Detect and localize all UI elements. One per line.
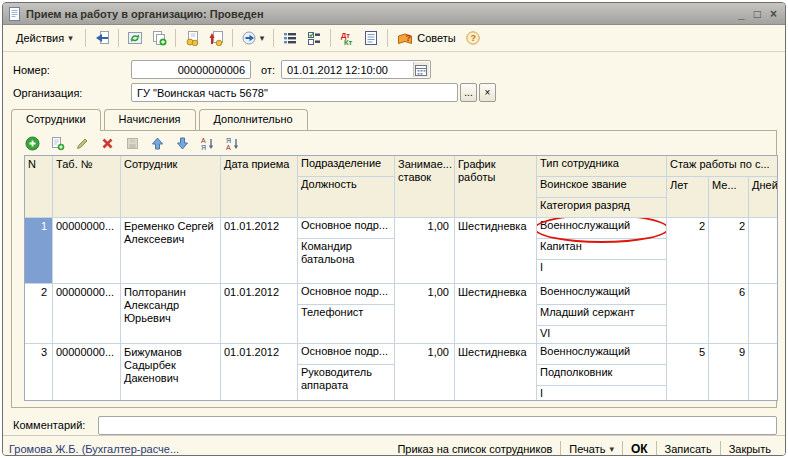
- cell-n[interactable]: 1: [25, 218, 53, 283]
- cell-years[interactable]: 2: [667, 218, 709, 283]
- cell-type[interactable]: Военнослужащий: [537, 218, 666, 239]
- cell-schedule[interactable]: Шестидневка: [455, 344, 537, 400]
- cell-years[interactable]: [667, 284, 709, 343]
- svg-text:?: ?: [470, 33, 476, 43]
- number-input[interactable]: [131, 60, 251, 79]
- comment-input[interactable]: [98, 416, 777, 435]
- cell-n[interactable]: 2: [25, 284, 53, 343]
- maximize-button[interactable]: □: [754, 8, 761, 20]
- close-form-button[interactable]: Закрыть: [721, 441, 779, 457]
- advice-button[interactable]: ? Советы: [393, 31, 459, 46]
- cell-tab-no[interactable]: 00000000...: [53, 284, 121, 343]
- document-journal-button[interactable]: [360, 27, 382, 49]
- cell-position[interactable]: Командир батальона: [298, 239, 394, 267]
- refresh-button[interactable]: [124, 27, 146, 49]
- row-activity-button[interactable]: [303, 27, 325, 49]
- cell-tab-no[interactable]: 00000000...: [53, 218, 121, 283]
- organization-select-button[interactable]: ...: [460, 83, 477, 102]
- sort-descending-button[interactable]: ЯА: [224, 135, 241, 152]
- header-days: Дней: [749, 177, 777, 217]
- table-row[interactable]: 3 00000000... Бижуманов Садырбек Дакенов…: [25, 344, 777, 400]
- order-list-button[interactable]: Приказ на список сотрудников: [389, 441, 560, 457]
- post-document-button[interactable]: [181, 27, 203, 49]
- save-close-icon: [94, 30, 110, 46]
- cell-hire-date[interactable]: 01.01.2012: [221, 284, 298, 343]
- ok-button[interactable]: ОК: [623, 440, 656, 457]
- cell-rate[interactable]: 1,00: [395, 344, 455, 400]
- table-header: N Таб. № Сотрудник Дата приема Подраздел…: [25, 156, 777, 218]
- cell-rank[interactable]: Подполковник: [537, 365, 666, 386]
- tab-additional[interactable]: Дополнительно: [199, 109, 308, 130]
- help-button[interactable]: ?: [462, 27, 484, 49]
- organization-clear-button[interactable]: ×: [479, 83, 496, 102]
- header-department-position: Подразделение Должность: [298, 156, 395, 217]
- tab-accruals[interactable]: Начисления: [104, 109, 196, 130]
- cell-months[interactable]: 6: [709, 284, 749, 343]
- cell-department-position: Основное подр... Руководитель аппарата: [298, 344, 395, 400]
- cell-department[interactable]: Основное подр...: [298, 218, 394, 239]
- delete-icon: [100, 136, 115, 151]
- move-row-up-button[interactable]: [149, 135, 166, 152]
- actions-label: Действия: [16, 32, 64, 44]
- cell-hire-date[interactable]: 01.01.2012: [221, 344, 298, 400]
- cell-type[interactable]: Военнослужащий: [537, 284, 666, 305]
- cell-schedule[interactable]: Шестидневка: [455, 218, 537, 283]
- cell-employee[interactable]: Полторанин Александр Юрьевич: [121, 284, 221, 343]
- cell-months[interactable]: 2: [709, 218, 749, 283]
- sort-ascending-button[interactable]: АЯ: [199, 135, 216, 152]
- cell-days[interactable]: [749, 218, 777, 283]
- cell-schedule[interactable]: Шестидневка: [455, 284, 537, 343]
- cell-category[interactable]: I: [537, 260, 666, 275]
- print-button[interactable]: Печать ▾: [561, 441, 622, 457]
- table-row[interactable]: 2 00000000... Полторанин Александр Юрьев…: [25, 284, 777, 344]
- cell-employee[interactable]: Еременко Сергей Алексеевич: [121, 218, 221, 283]
- cell-rate[interactable]: 1,00: [395, 218, 455, 283]
- cell-years[interactable]: 5: [667, 344, 709, 400]
- header-schedule: График работы: [455, 156, 537, 217]
- header-department: Подразделение: [298, 156, 394, 177]
- end-edit-button[interactable]: [124, 135, 141, 152]
- cell-rate[interactable]: 1,00: [395, 284, 455, 343]
- add-icon: [25, 136, 40, 151]
- add-row-button[interactable]: [24, 135, 41, 152]
- cell-type[interactable]: Военнослужащий: [537, 344, 666, 365]
- edit-row-button[interactable]: [74, 135, 91, 152]
- cell-tab-no[interactable]: 00000000...: [53, 344, 121, 400]
- copy-row-button[interactable]: [49, 135, 66, 152]
- cell-days[interactable]: [749, 284, 777, 343]
- close-button[interactable]: ×: [770, 8, 777, 20]
- cell-category[interactable]: I: [537, 386, 666, 400]
- calendar-button[interactable]: [413, 62, 429, 77]
- svg-text:А: А: [226, 144, 231, 151]
- dropdown-arrow-icon: ▾: [260, 33, 265, 43]
- copy-document-button[interactable]: [148, 27, 170, 49]
- cell-rank[interactable]: Младший сержант: [537, 305, 666, 326]
- cell-months[interactable]: 9: [709, 344, 749, 400]
- header-employee: Сотрудник: [121, 156, 221, 217]
- cell-department[interactable]: Основное подр...: [298, 284, 394, 305]
- table-row[interactable]: 1 00000000... Еременко Сергей Алексеевич…: [25, 218, 777, 284]
- move-row-down-button[interactable]: [174, 135, 191, 152]
- actions-menu-button[interactable]: Действия ▾: [9, 29, 80, 47]
- save-and-close-button[interactable]: [91, 27, 113, 49]
- organization-input[interactable]: [131, 83, 458, 102]
- cell-n[interactable]: 3: [25, 344, 53, 400]
- cell-days[interactable]: [749, 344, 777, 400]
- cell-position[interactable]: Руководитель аппарата: [298, 365, 394, 393]
- cell-position[interactable]: Телефонист: [298, 305, 394, 320]
- save-button[interactable]: Записать: [657, 441, 720, 457]
- cell-rank[interactable]: Капитан: [537, 239, 666, 260]
- cell-department[interactable]: Основное подр...: [298, 344, 394, 365]
- unpost-document-button[interactable]: [205, 27, 227, 49]
- cell-category[interactable]: VI: [537, 326, 666, 341]
- date-input[interactable]: [281, 60, 431, 79]
- cell-employee[interactable]: Бижуманов Садырбек Дакенович: [121, 344, 221, 400]
- tab-employees[interactable]: Сотрудники: [11, 109, 101, 131]
- go-to-button[interactable]: ▾: [238, 27, 269, 49]
- postings-dtkt-button[interactable]: ДтКт: [336, 27, 358, 49]
- cell-hire-date[interactable]: 01.01.2012: [221, 218, 298, 283]
- minimize-button[interactable]: _: [738, 8, 745, 20]
- header-seniority-group: Стаж работы по с... Лет Ме... Дней: [667, 156, 777, 217]
- delete-row-button[interactable]: [99, 135, 116, 152]
- list-settings-button[interactable]: [279, 27, 301, 49]
